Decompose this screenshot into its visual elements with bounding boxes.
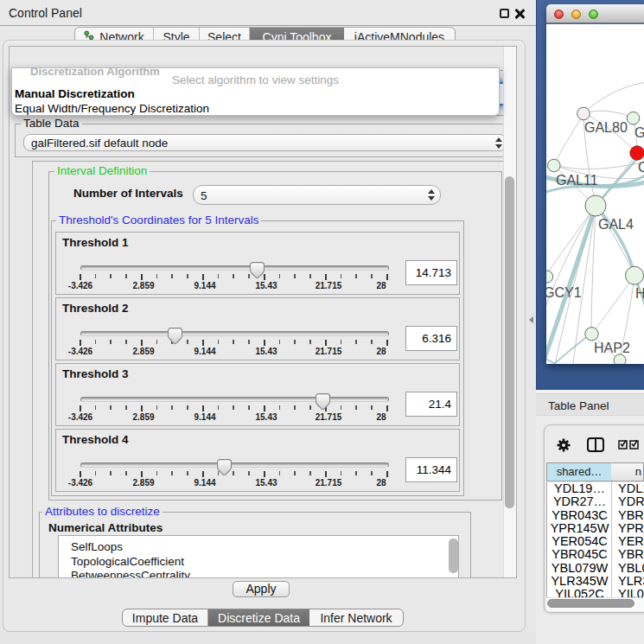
svg-text:GAL4: GAL4 xyxy=(598,217,634,232)
svg-text:G.: G. xyxy=(634,125,644,140)
svg-text:HAP2: HAP2 xyxy=(594,341,630,355)
svg-text:GAL80: GAL80 xyxy=(584,120,628,135)
svg-text:GAL11: GAL11 xyxy=(556,173,598,188)
svg-text:H: H xyxy=(635,286,644,301)
svg-text:GCY1: GCY1 xyxy=(546,285,582,300)
svg-text:C: C xyxy=(638,160,644,175)
